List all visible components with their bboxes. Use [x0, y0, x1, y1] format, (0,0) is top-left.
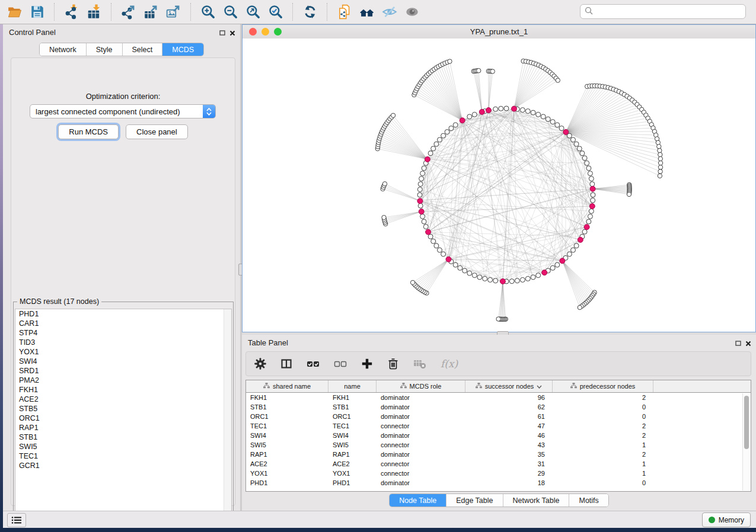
graph-node[interactable] — [472, 112, 477, 117]
zoom-in-button[interactable] — [197, 2, 219, 22]
graph-leaf-node[interactable] — [578, 305, 582, 309]
graph-node[interactable] — [458, 265, 462, 270]
tab-network-table[interactable]: Network Table — [503, 494, 570, 507]
close-window-icon[interactable] — [249, 28, 257, 36]
graph-node[interactable] — [546, 117, 550, 121]
column-header-name[interactable]: name — [328, 380, 377, 392]
graph-node[interactable] — [509, 279, 514, 284]
graph-node[interactable] — [525, 276, 530, 281]
graph-leaf-node[interactable] — [658, 148, 662, 152]
graph-node[interactable] — [434, 243, 439, 248]
table-row[interactable]: ORC1ORC1dominator610 — [246, 412, 751, 421]
zoom-selected-button[interactable] — [264, 2, 287, 22]
result-list-item[interactable]: SWI4 — [15, 357, 231, 366]
panel-list-button[interactable] — [7, 513, 26, 527]
refresh-button[interactable] — [299, 2, 321, 22]
result-list-item[interactable]: STB1 — [15, 432, 231, 442]
import-table-button[interactable] — [83, 2, 106, 22]
graph-node[interactable] — [422, 166, 426, 171]
table-scrollbar[interactable] — [742, 393, 750, 491]
graph-hub-node[interactable] — [542, 270, 547, 275]
graph-node[interactable] — [525, 109, 530, 114]
graph-leaf-node[interactable] — [496, 317, 500, 321]
select-all-button[interactable] — [307, 358, 320, 370]
tab-select[interactable]: Select — [123, 43, 163, 56]
graph-node[interactable] — [589, 209, 594, 213]
create-column-button[interactable] — [361, 358, 373, 370]
export-table-button[interactable] — [140, 2, 162, 22]
column-header-successor-nodes[interactable]: successor nodes — [465, 380, 553, 392]
table-row[interactable]: FKH1FKH1dominator962 — [246, 393, 751, 402]
graph-node[interactable] — [550, 265, 555, 270]
graph-node[interactable] — [488, 277, 493, 282]
graph-node[interactable] — [550, 120, 555, 124]
float-table-panel-icon[interactable] — [735, 338, 741, 349]
graph-node[interactable] — [580, 151, 585, 156]
tab-node-table[interactable]: Node Table — [390, 494, 446, 507]
graph-leaf-node[interactable] — [658, 174, 662, 178]
graph-node[interactable] — [441, 252, 446, 257]
result-list-item[interactable]: CAR1 — [15, 319, 231, 328]
result-list-item[interactable]: RAP1 — [15, 423, 231, 432]
graph-node[interactable] — [420, 214, 425, 219]
graph-node[interactable] — [536, 273, 541, 278]
graph-leaf-node[interactable] — [556, 78, 560, 82]
graph-node[interactable] — [541, 114, 546, 119]
graph-node[interactable] — [418, 182, 423, 187]
column-header-shared-name[interactable]: shared name — [246, 380, 328, 392]
result-list-item[interactable]: PHD1 — [15, 309, 231, 319]
deselect-all-button[interactable] — [334, 358, 347, 370]
result-list-item[interactable]: STB5 — [15, 404, 231, 414]
graph-leaf-node[interactable] — [627, 192, 631, 196]
result-list-item[interactable]: ACE2 — [15, 395, 231, 404]
delete-column-button[interactable] — [387, 357, 399, 370]
result-list-item[interactable]: PMA2 — [15, 376, 231, 385]
table-row[interactable]: YOX1YOX1connector291 — [246, 469, 751, 478]
show-all-button[interactable] — [401, 2, 423, 22]
open-file-button[interactable] — [4, 2, 26, 22]
graph-hub-node[interactable] — [500, 278, 505, 284]
graph-node[interactable] — [589, 177, 594, 181]
graph-node[interactable] — [445, 130, 449, 134]
graph-node[interactable] — [574, 142, 579, 146]
network-canvas[interactable] — [243, 39, 755, 332]
graph-node[interactable] — [591, 198, 595, 203]
graph-node[interactable] — [493, 278, 498, 283]
graph-node[interactable] — [483, 276, 487, 281]
graph-node[interactable] — [434, 142, 439, 146]
graph-node[interactable] — [571, 248, 576, 252]
graph-node[interactable] — [449, 126, 454, 131]
export-image-button[interactable] — [162, 2, 185, 22]
tab-mcds[interactable]: MCDS — [162, 43, 203, 56]
graph-leaf-node[interactable] — [410, 280, 414, 284]
graph-node[interactable] — [477, 275, 482, 280]
graph-node[interactable] — [462, 268, 467, 273]
graph-node[interactable] — [588, 214, 592, 219]
graph-node[interactable] — [467, 271, 472, 275]
result-list-item[interactable]: YOX1 — [15, 347, 231, 357]
graph-node[interactable] — [586, 219, 591, 224]
graph-hub-node[interactable] — [563, 129, 569, 134]
result-list-item[interactable]: STP4 — [15, 328, 231, 338]
graph-node[interactable] — [531, 275, 535, 280]
table-row[interactable]: SWI4SWI4dominator462 — [246, 431, 751, 440]
graph-node[interactable] — [417, 187, 422, 192]
graph-node[interactable] — [453, 123, 458, 127]
graph-node[interactable] — [493, 107, 498, 111]
search-box[interactable] — [580, 4, 746, 19]
zoom-fit-button[interactable] — [242, 2, 264, 22]
graph-leaf-node[interactable] — [477, 69, 481, 73]
graph-node[interactable] — [418, 203, 423, 208]
graph-leaf-node[interactable] — [448, 59, 452, 63]
table-row[interactable]: STB1STB1dominator620 — [246, 402, 751, 412]
graph-hub-node[interactable] — [419, 209, 424, 214]
graph-leaf-node[interactable] — [391, 113, 395, 117]
network-graph[interactable] — [243, 39, 755, 332]
graph-hub-node[interactable] — [446, 257, 451, 262]
graph-leaf-node[interactable] — [658, 165, 662, 169]
zoom-out-button[interactable] — [219, 2, 242, 22]
graph-hub-node[interactable] — [560, 258, 565, 264]
graph-hub-node[interactable] — [460, 118, 465, 123]
graph-node[interactable] — [453, 262, 458, 267]
graph-node[interactable] — [582, 229, 587, 234]
